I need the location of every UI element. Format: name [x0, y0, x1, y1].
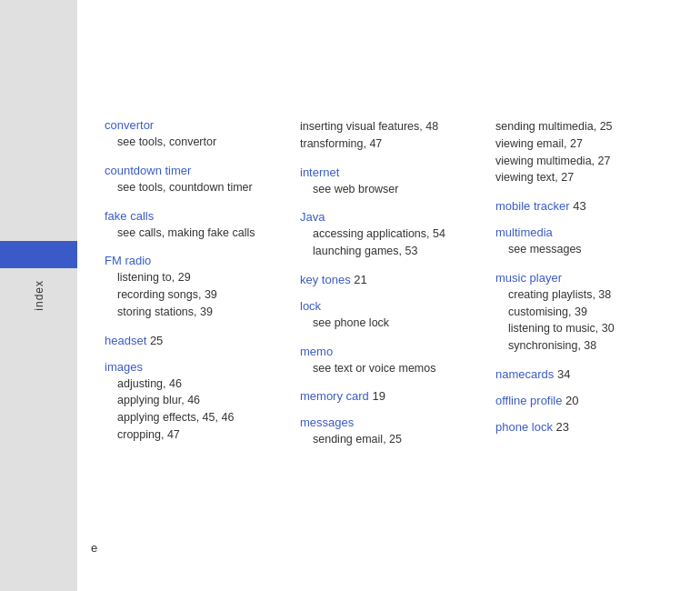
entry-term-phone-lock: phone lock — [495, 420, 553, 434]
entry-term-convertor: convertor — [105, 118, 282, 132]
entry-term-messages: messages — [300, 416, 477, 429]
entry-term-namecards: namecards — [495, 367, 554, 381]
entry-sub-music-1: creating playlists, 38 — [495, 286, 673, 304]
entry-offline-profile: offline profile 20 — [495, 394, 673, 407]
entry-term-memo: memo — [300, 345, 477, 358]
entry-sub-music-4: synchronising, 38 — [495, 337, 673, 355]
sidebar-highlight — [0, 241, 77, 268]
entry-sub-java-2: launching games, 53 — [300, 243, 477, 260]
entry-memory-card: memory card 19 — [300, 389, 477, 403]
entry-sub-fm-radio-1: listening to, 29 — [105, 269, 282, 286]
entry-term-multimedia: multimedia — [495, 225, 673, 239]
sidebar-label-container: index — [0, 0, 77, 591]
entry-images: images adjusting, 46 applying blur, 46 a… — [105, 360, 282, 444]
entry-sub-memo: see text or voice memos — [300, 360, 477, 377]
entry-sub-music-2: customising, 39 — [495, 304, 673, 321]
entry-sub-messages-cont-3: viewing multimedia, 27 — [495, 153, 673, 170]
entry-term-offline-profile: offline profile — [495, 394, 562, 407]
entry-term-key-tones: key tones — [300, 273, 351, 286]
column-2: inserting visual features, 48 transformi… — [300, 118, 495, 564]
entry-mobile-tracker: mobile tracker 43 — [495, 199, 673, 213]
entry-namecards: namecards 34 — [495, 367, 673, 381]
entry-sub-images-cont-2: transforming, 47 — [300, 135, 477, 153]
entry-lock: lock see phone lock — [300, 299, 477, 332]
entry-phone-lock: phone lock 23 — [495, 420, 673, 434]
entry-sub-multimedia: see messages — [495, 241, 673, 258]
column-3: sending multimedia, 25 viewing email, 27… — [495, 118, 673, 564]
entry-sub-music-3: listening to music, 30 — [495, 320, 673, 337]
entry-java: Java accessing applications, 54 launchin… — [300, 210, 477, 260]
entry-sub-messages-cont-2: viewing email, 27 — [495, 135, 673, 153]
entry-internet: internet see web browser — [300, 165, 477, 198]
entry-memo: memo see text or voice memos — [300, 345, 477, 377]
entry-term-images: images — [105, 360, 282, 374]
entry-sub-countdown-timer: see tools, countdown timer — [105, 179, 282, 196]
entry-term-mobile-tracker: mobile tracker — [495, 199, 570, 213]
entry-sub-images-4: cropping, 47 — [105, 426, 282, 444]
entry-term-memory-card: memory card — [300, 389, 369, 403]
entry-messages-cont: sending multimedia, 25 viewing email, 27… — [495, 118, 673, 186]
entry-fm-radio: FM radio listening to, 29 recording song… — [105, 254, 282, 320]
footer-label: e — [91, 541, 97, 555]
entry-term-headset: headset — [105, 334, 146, 347]
entry-sub-images-2: applying blur, 46 — [105, 392, 282, 409]
entry-messages: messages sending email, 25 — [300, 416, 477, 448]
entry-sub-internet: see web browser — [300, 181, 477, 198]
entry-term-lock: lock — [300, 299, 477, 313]
entry-headset: headset 25 — [105, 334, 282, 347]
entry-sub-fm-radio-3: storing stations, 39 — [105, 304, 282, 321]
entry-multimedia: multimedia see messages — [495, 225, 673, 258]
entry-sub-java-1: accessing applications, 54 — [300, 225, 477, 243]
entry-fake-calls: fake calls see calls, making fake calls — [105, 209, 282, 242]
entry-term-music-player: music player — [495, 271, 673, 285]
entry-countdown-timer: countdown timer see tools, countdown tim… — [105, 164, 282, 196]
entry-sub-images-cont-1: inserting visual features, 48 — [300, 118, 477, 135]
entry-sub-messages-cont-4: viewing text, 27 — [495, 169, 673, 186]
entry-sub-images-3: applying effects, 45, 46 — [105, 409, 282, 426]
entry-sub-fm-radio-2: recording songs, 39 — [105, 286, 282, 304]
entry-term-fake-calls: fake calls — [105, 209, 282, 223]
entry-sub-convertor: see tools, convertor — [105, 134, 282, 151]
sidebar: index — [0, 0, 77, 591]
entry-term-countdown-timer: countdown timer — [105, 164, 282, 177]
entry-term-java: Java — [300, 210, 477, 224]
entry-term-fm-radio: FM radio — [105, 254, 282, 267]
entry-convertor: convertor see tools, convertor — [105, 118, 282, 151]
entry-sub-lock: see phone lock — [300, 315, 477, 332]
entry-term-internet: internet — [300, 165, 477, 179]
entry-sub-fake-calls: see calls, making fake calls — [105, 225, 282, 242]
entry-images-cont: inserting visual features, 48 transformi… — [300, 118, 477, 153]
entry-sub-messages-cont-1: sending multimedia, 25 — [495, 118, 673, 135]
entry-sub-messages-1: sending email, 25 — [300, 431, 477, 448]
entry-sub-images-1: adjusting, 46 — [105, 376, 282, 393]
main-content: convertor see tools, convertor countdown… — [77, 0, 700, 591]
sidebar-label: index — [33, 280, 45, 311]
entry-music-player: music player creating playlists, 38 cust… — [495, 271, 673, 355]
entry-key-tones: key tones 21 — [300, 273, 477, 286]
column-1: convertor see tools, convertor countdown… — [105, 118, 300, 564]
page-footer: e — [91, 541, 97, 555]
